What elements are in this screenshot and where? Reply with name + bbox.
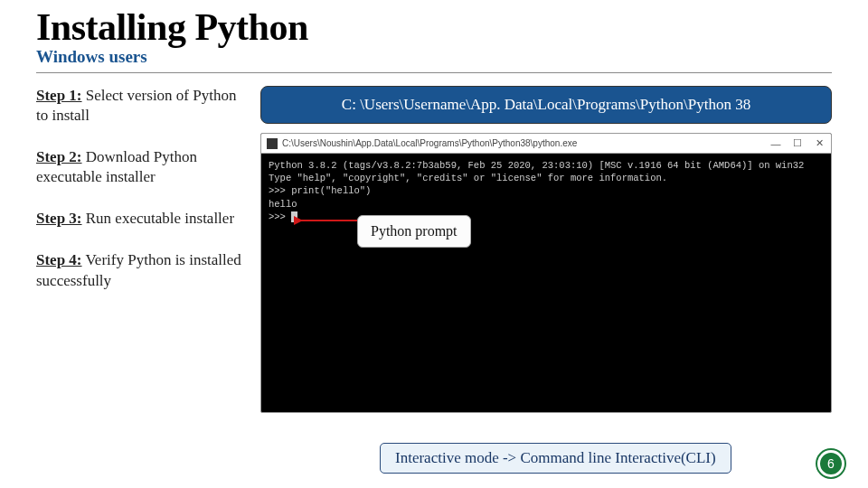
path-callout: C: \Users\Username\App. Data\Local\Progr… [260, 86, 832, 124]
footer-callout: Interactive mode -> Command line Interac… [380, 443, 731, 474]
divider [36, 72, 832, 73]
step-label: Step 3: [36, 210, 82, 227]
console-line: Python 3.8.2 (tags/v3.8.2:7b3ab59, Feb 2… [269, 160, 804, 171]
slide: Installing Python Windows users Step 1: … [0, 5, 868, 488]
step-label: Step 1: [36, 87, 82, 104]
page-number: 6 [817, 450, 844, 477]
console-line: >>> print("hello") [269, 185, 371, 196]
console-line: >>> [269, 211, 291, 222]
console-titlebar: C:\Users\Noushin\App.Data\Local\Programs… [261, 134, 831, 154]
minimize-icon[interactable]: — [769, 137, 782, 150]
steps-column: Step 1: Select version of Python to inst… [36, 86, 244, 413]
console-title-text: C:\Users\Noushin\App.Data\Local\Programs… [282, 138, 577, 148]
slide-subtitle: Windows users [36, 47, 832, 67]
content-row: Step 1: Select version of Python to inst… [36, 86, 832, 413]
step-label: Step 2: [36, 148, 82, 165]
prompt-callout: Python prompt [357, 215, 471, 248]
console-window: C:\Users\Noushin\App.Data\Local\Programs… [260, 133, 832, 413]
step-2: Step 2: Download Python executable insta… [36, 147, 244, 187]
slide-title: Installing Python [36, 5, 832, 49]
maximize-icon[interactable]: ☐ [791, 137, 804, 150]
console-line: hello [269, 199, 297, 210]
arrow-icon [294, 211, 366, 230]
step-1: Step 1: Select version of Python to inst… [36, 86, 244, 126]
right-column: C: \Users\Username\App. Data\Local\Progr… [260, 86, 832, 413]
console-body: Python 3.8.2 (tags/v3.8.2:7b3ab59, Feb 2… [261, 154, 831, 280]
cursor-block [291, 211, 297, 222]
cmd-icon [267, 138, 278, 149]
step-3: Step 3: Run executable installer [36, 209, 244, 229]
step-4: Step 4: Verify Python is installed succe… [36, 250, 244, 290]
step-label: Step 4: [36, 251, 82, 268]
console-line: Type "help", "copyright", "credits" or "… [269, 173, 667, 183]
close-icon[interactable]: ✕ [813, 137, 826, 150]
step-text: Run executable installer [82, 210, 235, 227]
